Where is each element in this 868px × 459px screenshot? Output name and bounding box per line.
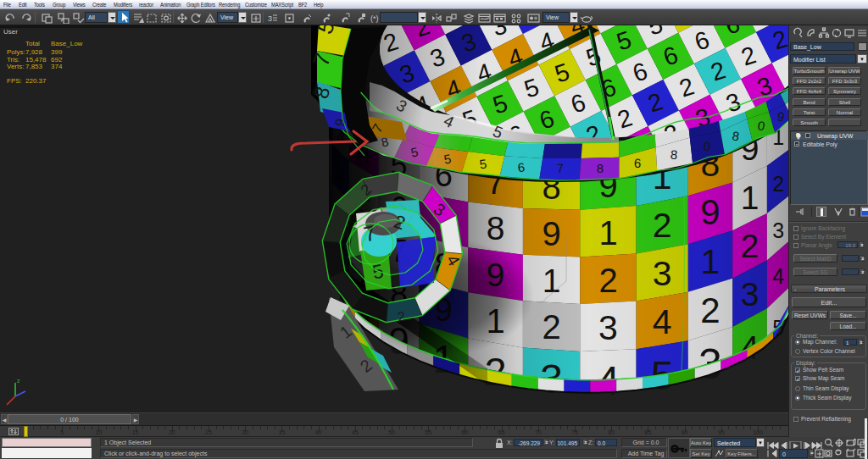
svg-text:User: User — [3, 28, 18, 36]
svg-text:3: 3 — [268, 14, 272, 23]
svg-text:FPS:: FPS: — [7, 77, 22, 85]
svg-text:(*): (*) — [370, 14, 379, 23]
svg-text:7: 7 — [556, 161, 564, 175]
svg-text:Verts:: Verts: — [7, 63, 24, 70]
svg-text:220.37: 220.37 — [25, 77, 47, 85]
svg-text:6: 6 — [517, 160, 526, 175]
svg-text:7,853: 7,853 — [25, 63, 43, 70]
svg-text:Base_Low: Base_Low — [51, 40, 83, 47]
svg-text:6: 6 — [634, 156, 642, 170]
svg-text:z: z — [17, 378, 20, 384]
svg-text:8: 8 — [670, 147, 678, 163]
svg-text:Total: Total — [25, 40, 40, 47]
svg-text:8: 8 — [597, 161, 604, 175]
svg-text:374: 374 — [51, 63, 63, 70]
